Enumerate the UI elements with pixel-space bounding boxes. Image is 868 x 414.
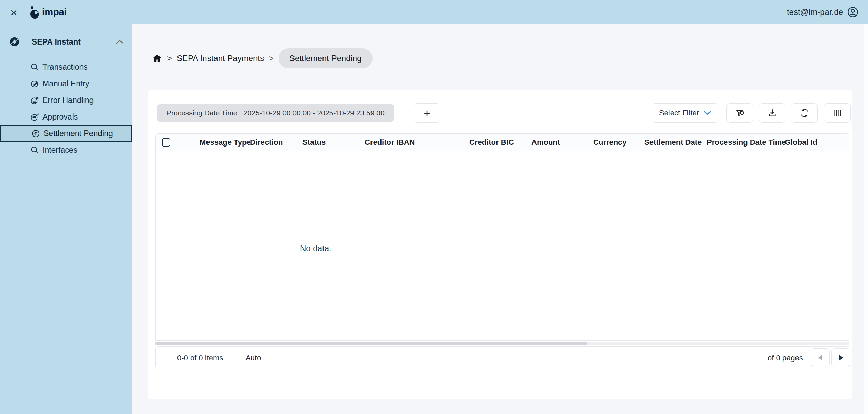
horizontal-scrollbar-thumb[interactable] bbox=[155, 342, 587, 345]
sidebar-item-label: Transactions bbox=[42, 63, 88, 72]
chevron-up-icon bbox=[116, 39, 124, 44]
refresh-icon bbox=[799, 108, 810, 118]
sidebar: SEPA Instant Transactions bbox=[0, 24, 132, 414]
clear-filters-button[interactable] bbox=[726, 103, 753, 123]
previous-page-icon bbox=[818, 355, 822, 361]
search-icon bbox=[30, 146, 39, 154]
logo-text: impai bbox=[42, 7, 67, 18]
topbar: × impai test@im-par.de bbox=[0, 0, 868, 24]
chevron-down-icon bbox=[703, 110, 712, 116]
filter-reset-icon bbox=[735, 108, 745, 118]
content-card: Processing Date Time : 2025-10-29 00:00:… bbox=[148, 90, 852, 399]
sidebar-item-transactions[interactable]: Transactions bbox=[0, 59, 132, 75]
empty-state-message: No data. bbox=[300, 244, 331, 253]
columns-icon bbox=[832, 108, 843, 118]
pagination-bar: 0-0 of 0 items Auto of 0 pages bbox=[155, 346, 849, 369]
select-all-checkbox[interactable] bbox=[162, 138, 170, 147]
sidebar-group-label: SEPA Instant bbox=[32, 37, 81, 47]
sidebar-item-label: Manual Entry bbox=[42, 79, 89, 88]
column-header-processing-date-time[interactable]: Processing Date Time bbox=[707, 138, 785, 147]
sidebar-item-interfaces[interactable]: Interfaces bbox=[0, 142, 132, 158]
items-count-text: 0-0 of 0 items bbox=[177, 347, 223, 369]
arrow-up-circle-icon bbox=[31, 129, 40, 138]
sidebar-item-settlement-pending[interactable]: Settlement Pending bbox=[0, 125, 132, 142]
column-header-settlement-date[interactable]: Settlement Date bbox=[644, 138, 707, 147]
column-header-direction[interactable]: Direction bbox=[250, 138, 302, 147]
table-header-row: Message Type Direction Status Creditor I… bbox=[156, 134, 849, 151]
sidebar-item-error-handling[interactable]: Error Handling bbox=[0, 92, 132, 109]
close-menu-button[interactable]: × bbox=[8, 6, 20, 19]
breadcrumb-sepa-instant-payments[interactable]: SEPA Instant Payments bbox=[177, 54, 264, 63]
add-filter-button[interactable]: + bbox=[414, 103, 440, 123]
breadcrumb: > SEPA Instant Payments > Settlement Pen… bbox=[152, 47, 373, 69]
topbar-user-area: test@im-par.de bbox=[787, 0, 858, 24]
edit-circle-icon bbox=[30, 79, 39, 88]
pages-count-text: of 0 pages bbox=[768, 347, 803, 369]
sidebar-item-manual-entry[interactable]: Manual Entry bbox=[0, 75, 132, 92]
select-filter-label: Select Filter bbox=[659, 109, 699, 117]
plus-icon: + bbox=[424, 106, 431, 120]
app-logo: impai bbox=[30, 5, 67, 19]
column-header-amount[interactable]: Amount bbox=[531, 138, 593, 147]
sidebar-group-sepa-instant[interactable]: SEPA Instant bbox=[0, 33, 132, 50]
breadcrumb-separator: > bbox=[167, 54, 172, 63]
download-icon bbox=[767, 108, 778, 118]
sidebar-item-label: Approvals bbox=[42, 112, 78, 122]
scroll-gutter bbox=[864, 24, 868, 414]
next-page-icon bbox=[839, 355, 843, 361]
column-header-creditor-bic[interactable]: Creditor BIC bbox=[469, 138, 531, 147]
user-avatar-icon[interactable] bbox=[847, 7, 858, 18]
select-filter-dropdown[interactable]: Select Filter bbox=[652, 103, 719, 123]
lightning-bolt-icon bbox=[9, 37, 20, 47]
refresh-button[interactable] bbox=[791, 103, 818, 123]
settlement-pending-table: Message Type Direction Status Creditor I… bbox=[155, 133, 849, 341]
next-page-button[interactable] bbox=[831, 348, 850, 367]
close-icon: × bbox=[10, 7, 17, 18]
impai-logo-icon bbox=[30, 5, 39, 19]
processing-date-filter-chip[interactable]: Processing Date Time : 2025-10-29 00:00:… bbox=[157, 104, 394, 122]
home-icon[interactable] bbox=[152, 53, 162, 64]
list-check-icon bbox=[30, 113, 39, 121]
breadcrumb-separator: > bbox=[269, 54, 274, 63]
column-header-currency[interactable]: Currency bbox=[593, 138, 644, 147]
sidebar-item-label: Error Handling bbox=[42, 96, 94, 105]
column-settings-button[interactable] bbox=[824, 103, 851, 123]
sidebar-item-label: Settlement Pending bbox=[44, 129, 113, 138]
column-header-creditor-iban[interactable]: Creditor IBAN bbox=[365, 138, 469, 147]
column-header-status[interactable]: Status bbox=[302, 138, 365, 147]
download-button[interactable] bbox=[759, 103, 785, 123]
sidebar-item-label: Interfaces bbox=[42, 145, 77, 155]
horizontal-scrollbar bbox=[155, 342, 849, 345]
page-size-select[interactable]: Auto bbox=[245, 347, 261, 369]
column-header-message-type[interactable]: Message Type bbox=[200, 138, 250, 147]
list-error-icon bbox=[30, 96, 39, 105]
breadcrumb-current-settlement-pending[interactable]: Settlement Pending bbox=[279, 48, 372, 68]
sidebar-item-approvals[interactable]: Approvals bbox=[0, 109, 132, 125]
app-screen: × impai test@im-par.de bbox=[0, 0, 868, 414]
user-email: test@im-par.de bbox=[787, 7, 843, 17]
search-icon bbox=[30, 63, 39, 72]
column-header-global-id[interactable]: Global Id bbox=[785, 138, 850, 147]
pagination-divider bbox=[731, 347, 731, 369]
previous-page-button[interactable] bbox=[811, 348, 830, 367]
